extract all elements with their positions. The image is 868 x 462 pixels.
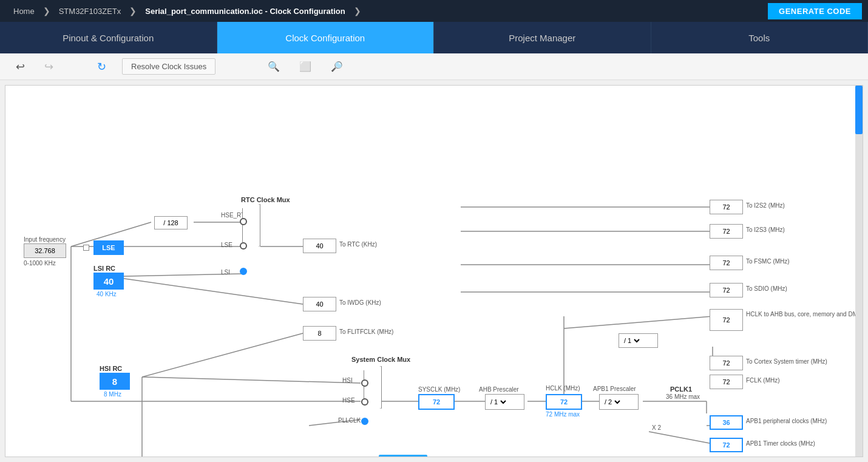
generate-code-button[interactable]: GENERATE CODE xyxy=(768,3,862,19)
fclk-box: 72 xyxy=(710,375,743,389)
sysclk-radio-pll[interactable] xyxy=(361,418,368,425)
enable-css-button[interactable]: Enable CSS xyxy=(379,455,427,457)
sdio-box: 72 xyxy=(710,283,743,297)
tab-bar: Pinout & Configuration Clock Configurati… xyxy=(0,22,868,53)
top-nav: Home ❯ STM32F103ZETx ❯ Serial_port_commu… xyxy=(0,0,868,22)
toolbar: ↩ ↪ ↻ Resolve Clock Issues 🔍 ⬜ 🔍 xyxy=(0,53,868,80)
apb1-timer-label: APB1 Timer clocks (MHz) xyxy=(746,440,815,447)
iwdg-out-label: To IWDG (KHz) xyxy=(339,299,381,306)
resolve-clock-issues-button[interactable]: Resolve Clock Issues xyxy=(122,58,215,75)
svg-line-18 xyxy=(649,432,713,444)
apb1-prescaler-select[interactable]: / 2 / 1 / 4 / 8 xyxy=(602,398,622,406)
lse-box[interactable]: LSE xyxy=(93,240,124,255)
flitfclk-out-box: 8 xyxy=(303,326,336,341)
undo-button[interactable]: ↩ xyxy=(12,58,29,76)
apb1-timer-box[interactable]: 72 xyxy=(710,438,743,452)
hclk-ahb-label: HCLK to AHB bus, core, memory and DMA (M… xyxy=(746,310,825,318)
i2s3-label: To I2S3 (MHz) xyxy=(746,226,785,233)
sysclk-mux-label: System Clock Mux xyxy=(351,356,410,363)
apb1-x2-label: X 2 xyxy=(652,424,661,431)
tab-clock[interactable]: Clock Configuration xyxy=(217,22,435,53)
hclk-max: 72 MHz max xyxy=(546,411,580,418)
sysclk-label: SYSCLK (MHz) xyxy=(418,386,460,393)
clock-canvas: Input frequency 32.768 0-1000 KHz LSE LS… xyxy=(5,85,863,457)
i2s3-box: 72 xyxy=(710,224,743,239)
fsmc-box: 72 xyxy=(710,256,743,270)
diagram-inner: Input frequency 32.768 0-1000 KHz LSE LS… xyxy=(5,86,849,457)
pclk1-max: 36 MHz max xyxy=(666,393,700,400)
rtc-mux-shape xyxy=(242,204,260,246)
apb1-periph-box[interactable]: 36 xyxy=(710,415,743,430)
apb1-periph-label: APB1 peripheral clocks (MHz) xyxy=(746,418,827,424)
apb1-prescaler-dropdown[interactable]: / 2 / 1 / 4 / 8 xyxy=(599,394,639,410)
sysclk-radio-hse[interactable] xyxy=(361,398,368,406)
nav-device[interactable]: STM32F103ZETx xyxy=(52,0,129,22)
tab-project[interactable]: Project Manager xyxy=(434,22,651,53)
hclk-label: HCLK (MHz) xyxy=(546,385,580,392)
hsi-mux-label: HSI xyxy=(342,377,353,384)
tab-tools[interactable]: Tools xyxy=(651,22,869,53)
hsi-rc-box[interactable]: 8 xyxy=(100,373,130,390)
tab-pinout[interactable]: Pinout & Configuration xyxy=(0,22,217,53)
sysclk-radio-hsi[interactable] xyxy=(361,379,368,387)
zoom-out-button[interactable]: 🔍 xyxy=(327,58,347,75)
div1-dropdown[interactable]: / 1 / 8 xyxy=(619,333,658,348)
pllclk-mux-label: PLLCLK xyxy=(338,417,361,424)
scrollbar-thumb[interactable] xyxy=(855,86,863,134)
rtc-out-label: To RTC (KHz) xyxy=(339,241,377,248)
rtc-out-box: 40 xyxy=(303,239,336,253)
rtc-mux-label: RTC Clock Mux xyxy=(241,196,290,203)
hsi-rc-unit: 8 MHz xyxy=(104,391,121,398)
lse-rtc-label: LSE xyxy=(221,242,232,248)
hse-mux-label: HSE xyxy=(342,397,355,404)
cortex-timer-box: 72 xyxy=(710,356,743,370)
cortex-timer-label: To Cortex System timer (MHz) xyxy=(746,358,827,365)
lsi-rc-label: LSI RC xyxy=(93,265,115,272)
hse-div128-box[interactable]: / 128 xyxy=(154,216,188,229)
input-freq-label1: Input frequency xyxy=(24,236,66,243)
fclk-label: FCLK (MHz) xyxy=(746,377,780,384)
redo-button[interactable]: ↪ xyxy=(41,58,57,76)
ahb-prescaler-select[interactable]: / 1 / 2 / 4 / 8 xyxy=(488,398,508,406)
chevron-2: ❯ xyxy=(129,6,137,16)
clock-diagram: Input frequency 32.768 0-1000 KHz LSE LS… xyxy=(5,86,863,457)
rtc-radio-lse[interactable] xyxy=(240,242,247,250)
lse-connector xyxy=(83,245,89,251)
lsi-rc-box[interactable]: 40 xyxy=(93,273,124,290)
ahb-prescaler-label: AHB Prescaler xyxy=(479,386,519,393)
apb1-prescaler-label: APB1 Prescaler xyxy=(593,386,636,392)
svg-line-7 xyxy=(142,377,361,383)
i2s2-label: To I2S2 (MHz) xyxy=(746,202,785,209)
ahb-prescaler-dropdown[interactable]: / 1 / 2 / 4 / 8 xyxy=(485,394,524,410)
lsi-rtc-label: LSI xyxy=(221,269,230,276)
pclk1-label: PCLK1 xyxy=(670,386,692,393)
svg-line-5 xyxy=(112,277,303,304)
svg-line-19 xyxy=(564,316,713,328)
hsi-rc-label: HSI RC xyxy=(100,365,122,372)
chevron-3: ❯ xyxy=(354,6,361,16)
lsi-rc-unit: 40 KHz xyxy=(97,291,117,297)
hclk-ahb-box: 72 xyxy=(710,309,743,331)
input-freq-range1: 0-1000 KHz xyxy=(24,260,56,267)
svg-line-6 xyxy=(142,333,303,377)
fsmc-label: To FSMC (MHz) xyxy=(746,258,790,265)
nav-file[interactable]: Serial_port_communication.ioc - Clock Co… xyxy=(138,0,352,22)
refresh-button[interactable]: ↻ xyxy=(93,58,110,76)
sdio-label: To SDIO (MHz) xyxy=(746,285,787,292)
div1-select[interactable]: / 1 / 8 xyxy=(622,336,642,345)
hclk-box[interactable]: 72 xyxy=(546,394,582,410)
i2s2-box: 72 xyxy=(710,200,743,214)
zoom-fit-button[interactable]: ⬜ xyxy=(296,58,315,75)
zoom-in-button[interactable]: 🔍 xyxy=(264,58,283,75)
flitfclk-out-label: To FLITFCLK (MHz) xyxy=(339,328,393,335)
rtc-radio-hse[interactable] xyxy=(240,218,247,225)
chevron-1: ❯ xyxy=(43,6,50,16)
vertical-scrollbar[interactable] xyxy=(855,86,863,457)
iwdg-out-box: 40 xyxy=(303,297,336,311)
rtc-radio-lsi[interactable] xyxy=(240,268,247,275)
nav-home[interactable]: Home xyxy=(6,0,42,22)
input-freq-val1[interactable]: 32.768 xyxy=(24,243,66,258)
sysclk-box[interactable]: 72 xyxy=(418,394,455,410)
